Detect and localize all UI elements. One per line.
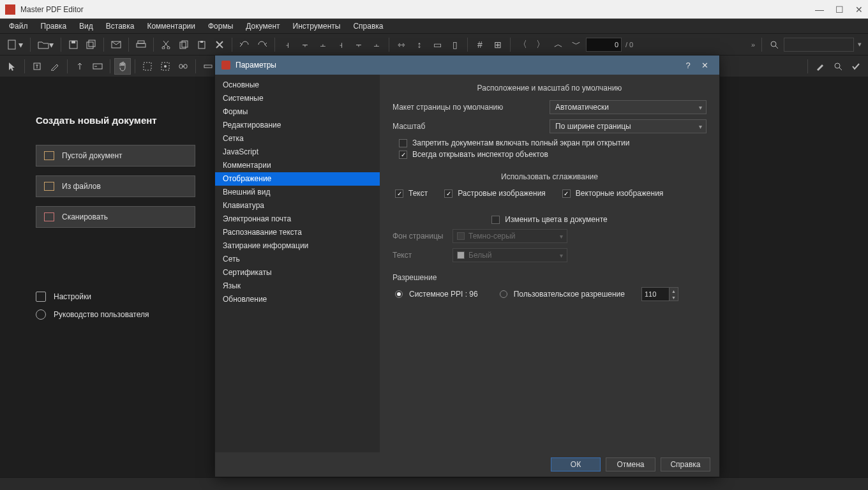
sidebar-item-lang[interactable]: Язык <box>215 279 380 293</box>
dialog-close-button[interactable]: ✕ <box>696 61 713 70</box>
distribute-v-button[interactable]: ↕ <box>411 36 428 53</box>
ok-button[interactable]: ОК <box>551 457 601 471</box>
distribute-h-button[interactable]: ⇿ <box>393 36 410 53</box>
menu-forms[interactable]: Формы <box>203 20 238 32</box>
welcome-settings-link[interactable]: Настройки <box>36 288 217 306</box>
welcome-help-link[interactable]: Руководство пользователя <box>36 306 217 323</box>
open-inspector-checkbox[interactable] <box>399 151 407 159</box>
approve-tool-button[interactable] <box>848 58 864 75</box>
marquee-tool-button[interactable] <box>139 58 156 75</box>
aa-vector-checkbox[interactable] <box>562 189 571 198</box>
change-colors-checkbox[interactable] <box>491 216 500 224</box>
welcome-blank-button[interactable]: Пустой документ <box>36 145 195 167</box>
menu-view[interactable]: Вид <box>74 20 98 32</box>
save-all-button[interactable] <box>83 36 100 53</box>
cancel-button[interactable]: Отмена <box>606 457 655 471</box>
form-field-button[interactable] <box>89 58 106 75</box>
sidebar-item-email[interactable]: Электронная почта <box>215 212 380 226</box>
align-right-button[interactable]: ⫠ <box>315 36 331 53</box>
vertical-text-button[interactable] <box>71 58 88 75</box>
aa-raster-checkbox[interactable] <box>444 189 453 198</box>
sidebar-item-system[interactable]: Системные <box>215 92 380 105</box>
sidebar-item-js[interactable]: JavaScript <box>215 145 380 159</box>
sidebar-item-display[interactable]: Отображение <box>215 172 380 186</box>
maximize-icon[interactable]: ☐ <box>835 4 844 15</box>
antialias-title: Использовать сглаживание <box>393 172 707 181</box>
help-button[interactable]: Справка <box>661 457 710 471</box>
same-size-button[interactable]: ▭ <box>429 36 445 53</box>
spin-down-icon[interactable]: ▼ <box>670 294 678 301</box>
page-up-button[interactable]: ︿ <box>550 36 567 53</box>
custom-res-radio[interactable] <box>500 290 507 298</box>
deny-fullscreen-checkbox[interactable] <box>399 139 407 147</box>
sidebar-item-appearance[interactable]: Внешний вид <box>215 186 380 199</box>
aa-text-checkbox[interactable] <box>395 189 403 198</box>
spin-up-icon[interactable]: ▲ <box>670 288 678 294</box>
menu-tools[interactable]: Инструменты <box>288 20 346 32</box>
save-button[interactable] <box>65 36 82 53</box>
menu-help[interactable]: Справка <box>348 20 388 32</box>
email-button[interactable] <box>108 36 124 53</box>
menu-comments[interactable]: Комментарии <box>142 20 200 32</box>
pointer-tool-button[interactable] <box>4 58 20 75</box>
hand-tool-button[interactable] <box>114 58 131 75</box>
sidebar-item-ocr[interactable]: Распознавание текста <box>215 226 380 239</box>
new-doc-button[interactable]: ▾ <box>4 36 26 53</box>
more-icon[interactable]: » <box>751 41 755 48</box>
search-input[interactable] <box>784 38 854 52</box>
next-page-button[interactable]: 〉 <box>532 36 549 53</box>
undo-button[interactable] <box>236 36 253 53</box>
align-hcenter-button[interactable]: ⫟ <box>297 36 313 53</box>
sidebar-item-general[interactable]: Основные <box>215 78 380 92</box>
edit-text-tool-button[interactable] <box>47 58 63 75</box>
welcome-fromfiles-button[interactable]: Из файлов <box>36 175 195 197</box>
delete-button[interactable] <box>211 36 228 53</box>
default-layout-dropdown[interactable]: Автоматически <box>550 100 707 114</box>
align-top-button[interactable]: ⫞ <box>333 36 349 53</box>
system-ppi-radio[interactable] <box>395 290 403 298</box>
sidebar-item-redact[interactable]: Затирание информации <box>215 239 380 253</box>
svg-rect-0 <box>8 40 15 49</box>
menu-edit[interactable]: Правка <box>36 20 72 32</box>
dialog-help-button[interactable]: ? <box>680 61 696 70</box>
sidebar-item-update[interactable]: Обновление <box>215 293 380 306</box>
sidebar-item-network[interactable]: Сеть <box>215 253 380 266</box>
search-dropdown-icon[interactable]: ▾ <box>858 40 862 48</box>
snap-button[interactable]: ⊞ <box>490 36 506 53</box>
grid-button[interactable]: # <box>472 36 488 53</box>
zoom-tool-button[interactable] <box>830 58 846 75</box>
redo-button[interactable] <box>254 36 271 53</box>
minimize-icon[interactable]: — <box>815 4 824 15</box>
menu-insert[interactable]: Вставка <box>101 20 140 32</box>
dialog-content: Расположение и масштаб по умолчанию Маке… <box>380 75 719 452</box>
search-icon[interactable] <box>766 36 782 53</box>
sidebar-item-grid[interactable]: Сетка <box>215 132 380 145</box>
align-bottom-button[interactable]: ⫠ <box>368 36 385 53</box>
zoom-dropdown[interactable]: По ширине страницы <box>550 119 707 133</box>
sidebar-item-forms[interactable]: Формы <box>215 105 380 119</box>
copy-button[interactable] <box>176 36 192 53</box>
page-number-input[interactable] <box>586 38 622 52</box>
same-size2-button[interactable]: ▯ <box>447 36 463 53</box>
sidebar-item-certs[interactable]: Сертификаты <box>215 266 380 279</box>
close-icon[interactable]: ✕ <box>855 4 863 15</box>
menu-document[interactable]: Документ <box>241 20 285 32</box>
highlight-tool-button[interactable] <box>812 58 828 75</box>
sidebar-item-comments[interactable]: Комментарии <box>215 159 380 172</box>
paste-button[interactable] <box>193 36 210 53</box>
sidebar-item-editing[interactable]: Редактирование <box>215 119 380 132</box>
cut-button[interactable] <box>158 36 174 53</box>
align-left-button[interactable]: ⫞ <box>279 36 296 53</box>
page-down-button[interactable]: ﹀ <box>568 36 585 53</box>
text-select-tool-button[interactable] <box>29 58 45 75</box>
align-vcenter-button[interactable]: ⫟ <box>350 36 367 53</box>
snapshot-tool-button[interactable] <box>157 58 174 75</box>
custom-res-input[interactable] <box>641 287 670 301</box>
menu-file[interactable]: Файл <box>4 20 33 32</box>
print-button[interactable] <box>133 36 149 53</box>
welcome-scan-button[interactable]: Сканировать <box>36 206 195 228</box>
link-tool-button[interactable] <box>175 58 191 75</box>
open-button[interactable]: ▾ <box>34 36 57 53</box>
sidebar-item-keyboard[interactable]: Клавиатура <box>215 199 380 212</box>
prev-page-button[interactable]: 〈 <box>514 36 531 53</box>
